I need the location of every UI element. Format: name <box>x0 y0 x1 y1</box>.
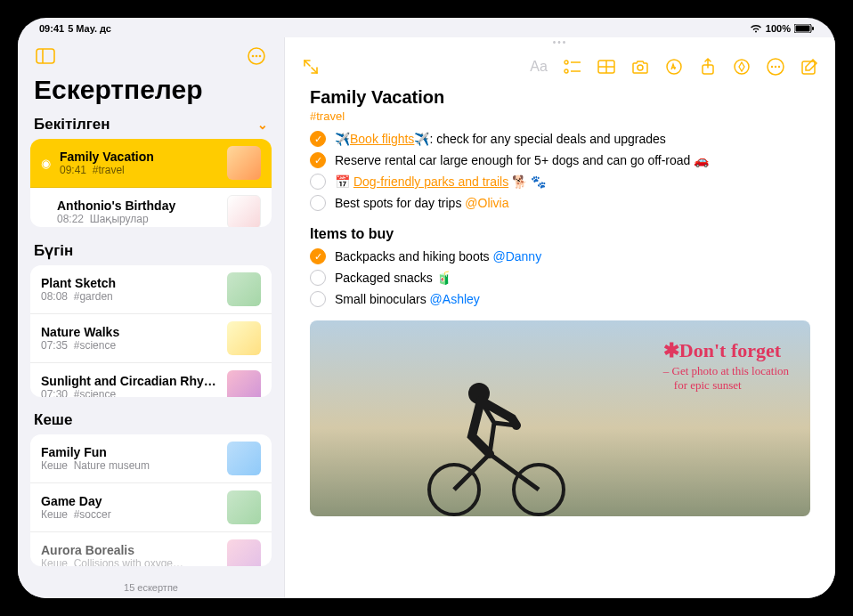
sidebar-title: Ескертпелер <box>18 71 284 112</box>
note-subheading: Items to buy <box>310 226 810 242</box>
checklist-text: Small binoculars @Ashley <box>335 292 480 306</box>
note-thumbnail <box>227 490 261 524</box>
note-thumbnail <box>227 146 261 180</box>
section-yesterday-header[interactable]: Кеше <box>18 408 284 431</box>
note-item[interactable]: Aurora Borealis Кеше Collisions with oxy… <box>30 532 272 566</box>
handwritten-annotation: ✱Don't forget – Get photo at this locati… <box>663 338 789 393</box>
battery-icon <box>794 24 814 33</box>
svg-point-23 <box>778 66 780 68</box>
checklist-text: Reserve rental car large enough for 5+ d… <box>335 153 709 167</box>
table-icon[interactable] <box>593 53 620 80</box>
note-title: Family Vacation <box>60 150 218 164</box>
section-pinned-header[interactable]: Бекітілген ⌄ <box>18 112 284 135</box>
svg-point-6 <box>252 55 255 58</box>
battery-pct: 100% <box>766 23 791 34</box>
cyclist-silhouette-icon <box>410 356 588 516</box>
note-sub: Кеше #soccer <box>41 508 218 521</box>
svg-rect-2 <box>812 27 814 30</box>
markup-icon[interactable] <box>661 53 687 80</box>
wifi-icon <box>750 24 762 33</box>
note-title: Family Fun <box>41 445 218 459</box>
chevron-down-icon: ⌄ <box>257 118 268 132</box>
checklist-text: ✈️Book flights✈️: check for any special … <box>335 132 666 146</box>
svg-point-9 <box>565 61 568 64</box>
note-title: Aurora Borealis <box>41 543 218 557</box>
svg-rect-3 <box>37 49 54 63</box>
note-thumbnail <box>227 321 261 355</box>
checklist-item[interactable]: Best spots for day trips @Olivia <box>310 192 810 214</box>
expand-icon[interactable] <box>297 53 324 80</box>
status-time: 09:41 <box>39 23 64 34</box>
share-icon[interactable] <box>695 53 721 80</box>
check-circle-icon[interactable] <box>310 270 326 286</box>
checklist-item[interactable]: Packaged snacks 🧃 <box>310 267 810 288</box>
note-title: Anthonio's Birthday <box>57 199 218 213</box>
note-item-anthonios-birthday[interactable]: Anthonio's Birthday 08:22 Шақырулар <box>30 188 272 227</box>
note-title: Sunlight and Circadian Rhy… <box>41 374 218 388</box>
note-thumbnail <box>227 370 261 397</box>
check-circle-icon[interactable] <box>310 195 326 211</box>
note-thumbnail <box>227 195 261 227</box>
section-yesterday-label: Кеше <box>34 411 72 429</box>
note-sub: 08:22 Шақырулар <box>57 213 218 225</box>
compose-icon[interactable] <box>796 53 823 80</box>
note-item[interactable]: Family Fun Кеше Nature museum <box>30 434 272 483</box>
note-thumbnail <box>227 539 261 566</box>
checklist-icon[interactable] <box>559 53 586 80</box>
checklist-item[interactable]: ✓ Reserve rental car large enough for 5+… <box>310 150 810 171</box>
checklist-item[interactable]: ✓ Backpacks and hiking boots @Danny <box>310 246 810 267</box>
note-item[interactable]: Sunlight and Circadian Rhy… 07:30 #scien… <box>30 363 272 397</box>
note-sub: 07:35 #science <box>41 339 218 352</box>
note-title: Nature Walks <box>41 325 218 339</box>
svg-point-10 <box>565 69 568 73</box>
status-bar: 09:41 5 Мау. дс 100% <box>18 18 835 37</box>
checklist-text: Backpacks and hiking boots @Danny <box>335 249 541 263</box>
note-sub: 08:08 #garden <box>41 290 218 303</box>
note-item[interactable]: Nature Walks 07:35 #science <box>30 314 272 363</box>
svg-point-21 <box>771 66 773 68</box>
svg-point-8 <box>259 55 262 58</box>
note-heading: Family Vacation <box>310 87 810 108</box>
svg-rect-1 <box>796 26 810 32</box>
note-item[interactable]: Plant Sketch 08:08 #garden <box>30 265 272 314</box>
checklist-text: Best spots for day trips @Olivia <box>335 196 509 210</box>
svg-point-7 <box>256 55 258 58</box>
checklist-item[interactable]: ✓ ✈️Book flights✈️: check for any specia… <box>310 128 810 150</box>
section-today-label: Бүгін <box>34 241 73 260</box>
sidebar: Ескертпелер Бекітілген ⌄ ◉ Family Vacati… <box>18 37 285 598</box>
section-today-header[interactable]: Бүгін <box>18 238 284 262</box>
lock-icon[interactable] <box>728 53 755 80</box>
section-pinned-label: Бекітілген <box>34 116 110 134</box>
main-panel: ••• Aa <box>285 37 835 598</box>
check-circle-icon[interactable]: ✓ <box>310 248 326 264</box>
note-thumbnail <box>227 272 261 306</box>
note-body[interactable]: Family Vacation #travel ✓ ✈️Book flights… <box>285 87 835 598</box>
checklist-item[interactable]: Small binoculars @Ashley <box>310 288 810 310</box>
checklist-item[interactable]: 📅 Dog-friendly parks and trails 🐕 🐾 <box>310 171 810 192</box>
check-circle-icon[interactable] <box>310 174 326 190</box>
sidebar-footer: 15 ескертпе <box>18 577 284 598</box>
check-circle-icon[interactable]: ✓ <box>310 152 326 168</box>
checklist-text: 📅 Dog-friendly parks and trails 🐕 🐾 <box>335 174 546 189</box>
note-image[interactable]: ✱Don't forget – Get photo at this locati… <box>310 320 810 516</box>
note-sub: 09:41 #travel <box>60 164 218 176</box>
note-item[interactable]: Game Day Кеше #soccer <box>30 483 272 532</box>
text-format-icon[interactable]: Aa <box>525 53 552 80</box>
note-tag[interactable]: #travel <box>310 109 810 123</box>
note-thumbnail <box>227 442 261 475</box>
camera-icon[interactable] <box>627 53 654 80</box>
check-circle-icon[interactable] <box>310 291 326 307</box>
pin-icon: ◉ <box>41 157 51 170</box>
main-toolbar: Aa <box>285 48 835 87</box>
sidebar-toggle-icon[interactable] <box>34 45 57 68</box>
checklist-text: Packaged snacks 🧃 <box>335 271 451 285</box>
more-options-icon[interactable] <box>245 45 268 68</box>
multitask-dots-icon[interactable]: ••• <box>285 37 835 48</box>
note-title: Game Day <box>41 494 218 508</box>
check-circle-icon[interactable]: ✓ <box>310 131 326 147</box>
more-icon[interactable] <box>762 53 789 80</box>
svg-point-16 <box>638 65 643 70</box>
note-sub: 07:30 #science <box>41 388 218 397</box>
note-sub: Кеше Nature museum <box>41 459 218 472</box>
note-item-family-vacation[interactable]: ◉ Family Vacation 09:41 #travel <box>30 139 272 188</box>
